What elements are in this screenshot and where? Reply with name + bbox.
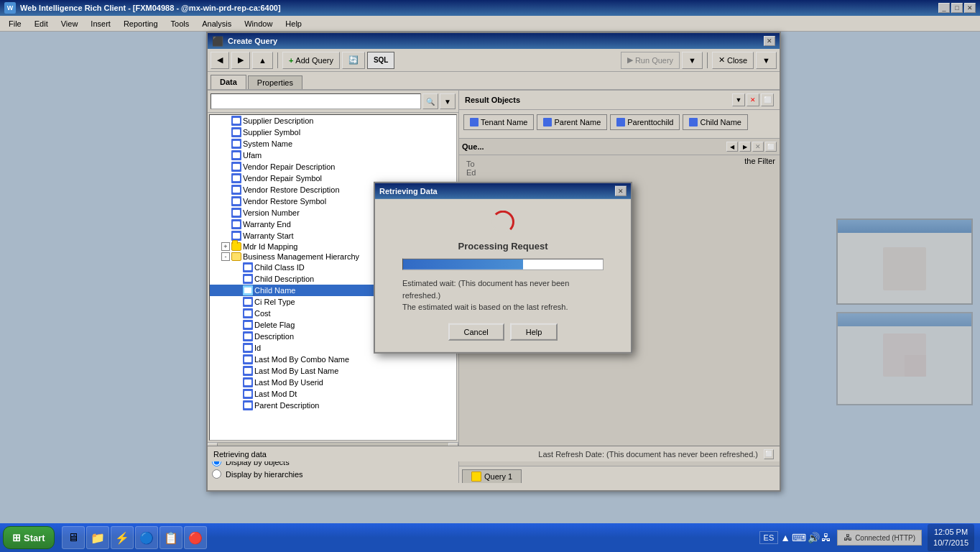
modal-overlay: Retrieving Data ✕ Processing Request Est… [0,0,980,552]
taskbar-icon-6[interactable]: 🔴 [184,526,207,549]
taskbar-icon-3[interactable]: ⚡ [111,526,134,549]
loading-spinner [491,211,514,234]
sound-icon: 🔊 [808,532,820,543]
taskbar-icon-5[interactable]: 📋 [160,526,182,549]
dialog-content: Processing Request Estimated wait: (This… [375,199,631,352]
connected-icon: 🖧 [843,533,852,543]
dialog-title-controls: ✕ [615,186,627,196]
cancel-button[interactable]: Cancel [448,323,504,340]
estimated-wait-text: Estimated wait: (This document has never… [402,277,604,313]
wait-line1: Estimated wait: (This document has never… [402,279,569,300]
dialog-close-button[interactable]: ✕ [615,186,627,196]
keyboard-icon: ⌨ [792,532,806,543]
connected-text: Connected (HTTP) [855,534,915,542]
clock-time: 12:05 PM [933,527,969,538]
taskbar-right-area: ES ▲ ⌨ 🔊 🖧 🖧 Connected (HTTP) 12:05 PM 1… [759,524,980,552]
dialog-title: Retrieving Data [379,187,438,196]
wait-line2: The estimated wait is based on the last … [402,303,568,311]
progress-bar [402,259,604,270]
start-button[interactable]: ⊞ Start [3,526,55,549]
dialog-buttons: Cancel Help [448,323,558,340]
taskbar-icon-4[interactable]: 🔵 [135,526,158,549]
clock-date: 10/7/2015 [933,538,969,548]
taskbar-icon-2[interactable]: 📁 [86,526,109,549]
processing-text: Processing Request [458,241,548,252]
progress-fill [403,259,523,270]
taskbar-quick-launch: 🖥 📁 ⚡ 🔵 📋 🔴 [62,526,207,549]
system-tray: ES ▲ ⌨ 🔊 🖧 [759,531,832,544]
retrieving-data-dialog: Retrieving Data ✕ Processing Request Est… [374,182,632,354]
up-arrow-icon: ▲ [780,532,790,543]
taskbar-icon-1[interactable]: 🖥 [62,526,85,549]
dialog-titlebar: Retrieving Data ✕ [375,183,631,199]
start-icon: ⊞ [12,532,21,543]
start-label: Start [24,533,45,543]
network-icon: 🖧 [821,532,831,543]
language-indicator: ES [759,531,779,544]
systray-icons: ▲ ⌨ 🔊 🖧 [780,532,831,543]
help-button[interactable]: Help [510,323,558,340]
connected-status: 🖧 Connected (HTTP) [837,530,922,546]
taskbar-clock: 12:05 PM 10/7/2015 [928,524,974,552]
taskbar: ⊞ Start 🖥 📁 ⚡ 🔵 📋 🔴 ES ▲ ⌨ 🔊 🖧 🖧 Connect… [0,523,980,552]
